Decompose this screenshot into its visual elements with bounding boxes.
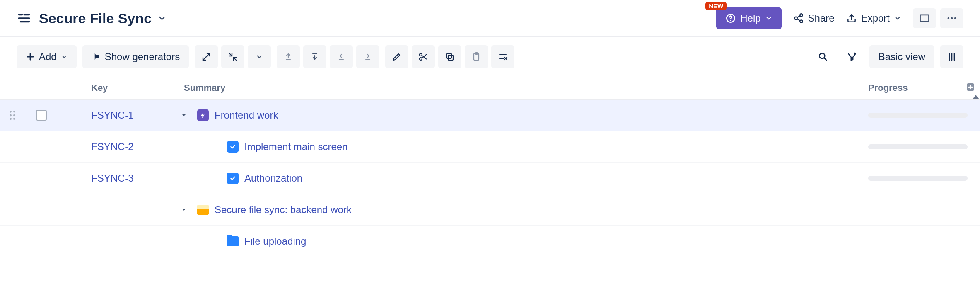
table-row[interactable]: FSYNC-3Authorization	[0, 163, 980, 194]
show-generators-button[interactable]: Show generators	[82, 45, 189, 68]
cut-button[interactable]	[412, 45, 435, 68]
indent-icon	[363, 52, 373, 62]
progress-bar	[868, 176, 968, 181]
row-checkbox[interactable]	[36, 110, 47, 121]
export-label: Export	[861, 12, 890, 24]
filter-button[interactable]	[840, 45, 864, 68]
move-up-button[interactable]	[277, 45, 300, 68]
structure-group	[277, 45, 379, 68]
scissors-icon	[418, 52, 428, 62]
svg-line-44	[824, 58, 826, 61]
fullscreen-icon	[919, 12, 930, 24]
copy-icon	[445, 52, 455, 62]
new-badge: NEW	[705, 2, 727, 10]
page-title: Secure File Sync	[39, 10, 152, 27]
add-column-button[interactable]	[964, 81, 977, 93]
toolbar: Add Show generators	[0, 37, 980, 77]
svg-point-55	[10, 118, 12, 120]
chevron-down-icon	[894, 15, 901, 22]
collapse-icon	[228, 52, 238, 62]
pencil-icon	[392, 52, 402, 62]
table-header: Key Summary Progress	[0, 77, 980, 100]
expand-all-button[interactable]	[195, 45, 218, 68]
svg-rect-12	[920, 15, 929, 22]
column-header-summary[interactable]: Summary	[178, 83, 868, 93]
fullscreen-button[interactable]	[913, 8, 936, 28]
issue-summary-link[interactable]: Implement main screen	[244, 141, 348, 153]
expand-toggle[interactable]	[178, 109, 190, 121]
basic-view-button[interactable]: Basic view	[869, 45, 934, 68]
svg-line-10	[797, 19, 800, 21]
page-title-dropdown[interactable]: Secure File Sync	[39, 10, 167, 27]
move-up-icon	[283, 52, 293, 62]
svg-line-9	[797, 16, 800, 17]
expand-collapse-group	[195, 45, 271, 68]
issue-table: Key Summary Progress FSYNC-1Frontend wor…	[0, 77, 980, 257]
search-icon	[818, 51, 828, 62]
issue-summary-link[interactable]: Frontend work	[215, 109, 278, 121]
pin-icon	[92, 52, 101, 61]
table-row[interactable]: FSYNC-1Frontend work	[0, 100, 980, 131]
outdent-button[interactable]	[330, 45, 353, 68]
chevron-down-icon	[157, 14, 167, 23]
help-label: Help	[740, 12, 760, 24]
svg-point-13	[948, 17, 950, 19]
issue-key-link[interactable]: FSYNC-3	[91, 173, 134, 184]
svg-point-51	[10, 111, 12, 113]
table-row[interactable]: File uploading	[0, 226, 980, 257]
collapse-all-button[interactable]	[221, 45, 244, 68]
epic-icon	[197, 109, 209, 121]
progress-bar	[868, 144, 968, 149]
svg-rect-36	[447, 53, 451, 58]
svg-point-54	[13, 114, 15, 116]
drag-handle[interactable]	[0, 110, 25, 121]
export-button[interactable]: Export	[846, 12, 901, 24]
more-button[interactable]	[940, 8, 963, 28]
indent-button[interactable]	[356, 45, 379, 68]
outdent-icon	[336, 52, 346, 62]
header-left: Secure File Sync	[17, 10, 167, 27]
table-row[interactable]: Secure file sync: backend work	[0, 194, 980, 226]
svg-point-53	[10, 114, 12, 116]
task-icon	[227, 173, 239, 184]
add-button[interactable]: Add	[17, 45, 77, 68]
help-button[interactable]: NEW Help	[716, 7, 781, 29]
plus-square-icon	[966, 82, 975, 92]
help-icon	[725, 13, 736, 24]
delete-button[interactable]	[491, 45, 514, 68]
issue-summary-link[interactable]: Secure file sync: backend work	[215, 204, 352, 216]
plus-icon	[26, 52, 35, 61]
more-icon	[946, 12, 958, 24]
table-row[interactable]: FSYNC-2Implement main screen	[0, 131, 980, 163]
export-icon	[846, 13, 857, 24]
share-icon	[793, 13, 804, 24]
page-header: Secure File Sync NEW Help Share	[0, 0, 980, 37]
progress-bar	[868, 113, 968, 118]
issue-summary-link[interactable]: File uploading	[244, 236, 306, 247]
header-icon-group	[913, 8, 963, 28]
move-down-icon	[310, 52, 320, 62]
folder-icon	[197, 205, 209, 215]
svg-point-8	[800, 20, 803, 23]
filter-icon	[847, 51, 857, 62]
column-header-key[interactable]: Key	[58, 83, 178, 93]
issue-key-link[interactable]: FSYNC-2	[91, 141, 134, 152]
paste-button[interactable]	[465, 45, 488, 68]
move-down-button[interactable]	[303, 45, 326, 68]
basic-view-label: Basic view	[879, 51, 925, 63]
search-button[interactable]	[811, 45, 835, 68]
task-icon	[227, 141, 239, 153]
share-button[interactable]: Share	[793, 12, 835, 24]
paste-icon	[471, 52, 481, 62]
chevron-down-icon	[61, 53, 68, 60]
edit-button[interactable]	[385, 45, 408, 68]
folder-icon	[227, 236, 239, 246]
issue-summary-link[interactable]: Authorization	[244, 173, 302, 184]
expand-dropdown-button[interactable]	[248, 45, 271, 68]
columns-button[interactable]	[940, 45, 963, 68]
issue-key-link[interactable]: FSYNC-1	[91, 109, 134, 121]
svg-point-15	[954, 17, 956, 19]
column-header-progress[interactable]: Progress	[868, 83, 980, 93]
copy-button[interactable]	[438, 45, 461, 68]
expand-toggle[interactable]	[178, 204, 190, 216]
